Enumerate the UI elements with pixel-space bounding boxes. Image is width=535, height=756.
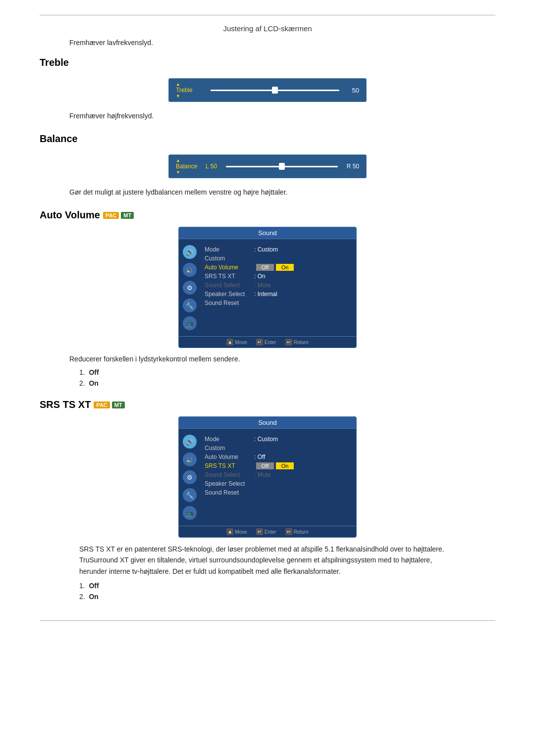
srs-menu-row-3: SRS TS XT Off On [205, 461, 352, 470]
srs-menu-content: Mode : Custom Custom Auto Volume : Off S… [201, 433, 356, 522]
av-menu-row-0: Mode : Custom [205, 245, 352, 254]
treble-slider-label: ▲ Treble ▼ [176, 82, 206, 99]
av-row-4-label: Sound Select [205, 282, 254, 289]
srs-move-icon: ▲ [226, 528, 233, 535]
balance-label-text: Balance [176, 163, 197, 170]
srs-footer-return-btn: ↩ Return [285, 528, 309, 535]
srs-sound-icon-1: 🔊 [183, 435, 197, 449]
srs-menu-wrapper: Sound 🔊 🔉 ⚙ 🔧 📺 Mode : Custom [40, 416, 495, 538]
balance-right-label: R 50 [347, 163, 359, 170]
page-title: Justering af LCD-skærmen [40, 24, 495, 33]
av-row-6-label: Sound Reset [205, 300, 254, 306]
sound-icon-1: 🔊 [183, 245, 197, 259]
footer-return-btn: ↩ Return [285, 339, 309, 346]
srs-icons: 🔊 🔉 ⚙ 🔧 📺 [179, 433, 201, 522]
auto-volume-menu-footer: ▲ Move ↵ Enter ↩ Return [179, 336, 356, 348]
auto-volume-menu-body: 🔊 🔉 ⚙ 🔧 📺 Mode : Custom Custom [179, 239, 356, 336]
footer-move-btn: ▲ Move [226, 339, 247, 346]
auto-volume-menu-title: Sound [179, 227, 356, 239]
srs-option-on[interactable]: On [276, 462, 294, 469]
srs-row-3-label: SRS TS XT [205, 462, 254, 469]
av-menu-row-6: Sound Reset [205, 299, 352, 307]
av-row-5-value: : Internal [254, 291, 277, 298]
treble-heading: Treble [40, 57, 495, 68]
av-option-off[interactable]: Off [256, 264, 274, 271]
auto-volume-option-1: 1. Off [79, 368, 495, 376]
av-menu-row-3: SRS TS XT : On [205, 272, 352, 281]
av-row-2-label: Auto Volume [205, 264, 254, 271]
av-option-on[interactable]: On [276, 264, 294, 271]
balance-slider-label: ▲ Balance ▼ [176, 158, 206, 175]
av-menu-row-5: Speaker Select : Internal [205, 290, 352, 299]
balance-left-label: L 50 [206, 163, 217, 170]
srs-opt1-number: 1. [79, 582, 85, 590]
bottom-divider [40, 620, 495, 621]
srs-footer-move-btn: ▲ Move [226, 528, 247, 535]
srs-long-description: SRS TS XT er en patenteret SRS-teknologi… [79, 544, 456, 577]
srs-sound-icon-3: ⚙ [183, 470, 197, 484]
srs-menu-row-0: Mode : Custom [205, 435, 352, 444]
srs-return-label: Return [294, 529, 309, 535]
treble-track-area [211, 90, 339, 91]
av-opt1-label: Off [89, 368, 99, 376]
srs-enter-label: Enter [265, 529, 276, 535]
sound-icon-4: 🔧 [183, 299, 197, 312]
srs-row-4-value: : Mute [254, 471, 270, 478]
srs-sound-icon-5: 📺 [183, 506, 197, 520]
treble-thumb[interactable] [272, 87, 278, 94]
auto-volume-icons: 🔊 🔉 ⚙ 🔧 📺 [179, 243, 201, 332]
srs-row-2-label: Auto Volume [205, 454, 254, 460]
balance-track-area [226, 166, 338, 167]
av-opt1-number: 1. [79, 368, 85, 376]
av-row-3-label: SRS TS XT [205, 273, 254, 280]
srs-pac-badge: PAC [94, 402, 109, 408]
enter-icon: ↵ [256, 339, 263, 346]
av-row-3-value: : On [254, 273, 266, 280]
top-divider [40, 15, 495, 15]
srs-heading-row: SRS TS XT PAC MT [40, 399, 495, 410]
auto-volume-section: Auto Volume PAC MT Sound 🔊 🔉 ⚙ 🔧 📺 [40, 209, 495, 387]
srs-heading-text: SRS TS XT [40, 399, 91, 410]
auto-volume-option-2: 2. On [79, 379, 495, 387]
auto-volume-heading-row: Auto Volume PAC MT [40, 209, 495, 221]
srs-option-off[interactable]: Off [256, 462, 274, 469]
srs-sound-icon-2: 🔉 [183, 453, 197, 466]
srs-footer-enter-btn: ↵ Enter [256, 528, 276, 535]
srs-row-4-label: Sound Select [205, 471, 254, 478]
srs-opt2-number: 2. [79, 593, 85, 601]
srs-return-icon: ↩ [285, 528, 292, 535]
balance-track [226, 166, 338, 167]
av-menu-row-4: Sound Select : Mute [205, 281, 352, 290]
enter-label: Enter [265, 340, 276, 345]
srs-option-2: 2. On [79, 593, 495, 601]
footer-enter-btn: ↵ Enter [256, 339, 276, 346]
srs-menu-footer: ▲ Move ↵ Enter ↩ Return [179, 526, 356, 537]
auto-volume-menu-content: Mode : Custom Custom Auto Volume Off On [201, 243, 356, 332]
balance-thumb[interactable] [279, 163, 285, 170]
srs-sound-icon-4: 🔧 [183, 488, 197, 502]
sound-icon-3: ⚙ [183, 281, 197, 295]
return-icon: ↩ [285, 339, 292, 346]
srs-row-2-value: : Off [254, 454, 265, 460]
srs-menu-title: Sound [179, 417, 356, 429]
treble-description: Fremhæver højfrekvenslyd. [69, 111, 495, 121]
treble-slider[interactable]: ▲ Treble ▼ 50 [168, 78, 367, 102]
srs-menu-row-1: Custom [205, 444, 352, 453]
srs-row-6-label: Sound Reset [205, 489, 254, 496]
sound-icon-2: 🔉 [183, 263, 197, 277]
balance-slider[interactable]: ▲ Balance ▼ L 50 R 50 [168, 154, 367, 178]
treble-arrow-up: ▲ [176, 82, 180, 87]
srs-menu-row-4: Sound Select : Mute [205, 470, 352, 479]
balance-description: Gør det muligt at justere lydbalancen me… [69, 187, 495, 198]
srs-opt1-label: Off [89, 582, 99, 590]
page-container: Justering af LCD-skærmen Fremhæver lavfr… [0, 0, 535, 651]
auto-volume-description: Reducerer forskellen i lydstyrkekontrol … [69, 354, 495, 364]
treble-section: Treble ▲ Treble ▼ 50 Fremhæver højfrekve… [40, 57, 495, 121]
auto-volume-mt-badge: MT [121, 212, 134, 219]
srs-ts-xt-section: SRS TS XT PAC MT Sound 🔊 🔉 ⚙ 🔧 📺 [40, 399, 495, 601]
av-opt2-number: 2. [79, 379, 85, 387]
top-description: Fremhæver lavfrekvenslyd. [69, 38, 495, 48]
auto-volume-heading-text: Auto Volume [40, 209, 100, 221]
auto-volume-sound-menu: Sound 🔊 🔉 ⚙ 🔧 📺 Mode : Custom [178, 227, 357, 348]
balance-heading: Balance [40, 133, 495, 145]
